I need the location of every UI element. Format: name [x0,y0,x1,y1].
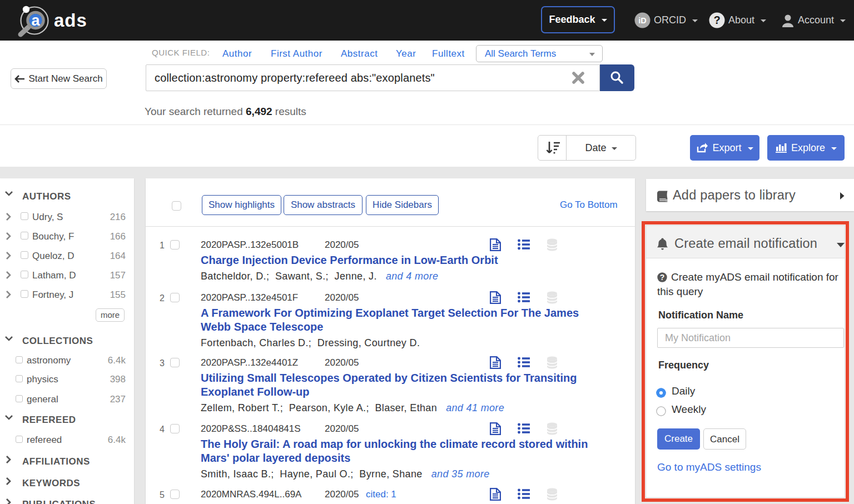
svg-text:?: ? [713,14,720,26]
svg-text:?: ? [660,273,665,282]
svg-text:a: a [31,12,40,29]
svg-text:iD: iD [638,16,647,25]
